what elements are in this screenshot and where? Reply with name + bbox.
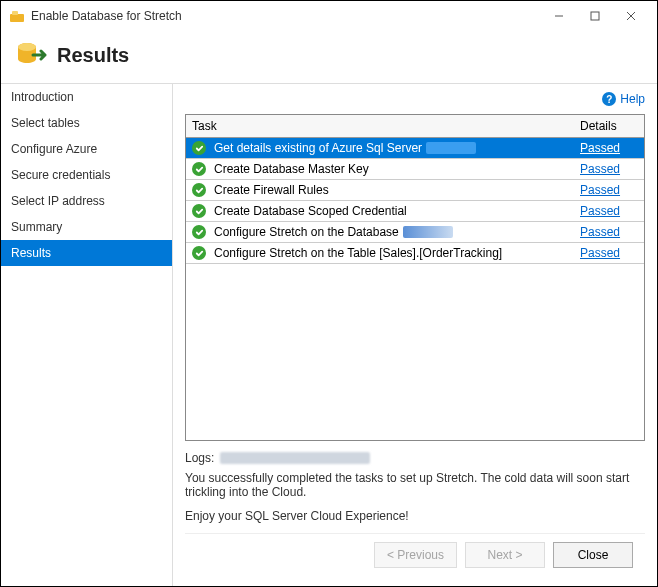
details-cell: Passed [574,138,644,159]
table-row[interactable]: Configure Stretch on the Table [Sales].[… [186,243,644,264]
app-icon [9,8,25,24]
details-cell: Passed [574,159,644,180]
details-link[interactable]: Passed [580,204,620,218]
svg-rect-0 [10,14,24,22]
details-cell: Passed [574,222,644,243]
task-cell: Configure Stretch on the Table [Sales].[… [186,243,574,264]
table-row[interactable]: Create Firewall RulesPassed [186,180,644,201]
logs-line: Logs: [185,451,645,465]
check-circle-icon [192,183,206,197]
sidebar-item-select-tables[interactable]: Select tables [1,110,172,136]
task-text: Create Database Master Key [214,162,369,176]
svg-rect-3 [591,12,599,20]
sidebar-item-label: Configure Azure [11,142,97,156]
sidebar-item-label: Select tables [11,116,80,130]
previous-button: < Previous [374,542,457,568]
success-message-2: Enjoy your SQL Server Cloud Experience! [185,509,645,523]
next-button: Next > [465,542,545,568]
help-icon: ? [602,92,616,106]
table-row[interactable]: Configure Stretch on the DatabasePassed [186,222,644,243]
details-cell: Passed [574,201,644,222]
details-link[interactable]: Passed [580,246,620,260]
results-table: Task Details Get details existing of Azu… [186,115,644,264]
task-text: Create Firewall Rules [214,183,329,197]
sidebar-item-label: Select IP address [11,194,105,208]
task-text: Configure Stretch on the Database [214,225,399,239]
window: Enable Database for Stretch Results Intr… [0,0,658,587]
sidebar-item-introduction[interactable]: Introduction [1,84,172,110]
details-link[interactable]: Passed [580,141,620,155]
check-circle-icon [192,225,206,239]
sidebar-item-results[interactable]: Results [1,240,172,266]
page-title: Results [57,44,129,67]
database-stretch-icon [15,39,47,71]
task-cell: Create Database Master Key [186,159,574,180]
task-cell: Create Database Scoped Credential [186,201,574,222]
logs-path-redacted [220,452,370,464]
sidebar-item-summary[interactable]: Summary [1,214,172,240]
column-header-task[interactable]: Task [186,115,574,138]
table-row[interactable]: Create Database Scoped CredentialPassed [186,201,644,222]
task-cell: Configure Stretch on the Database [186,222,574,243]
close-button[interactable]: Close [553,542,633,568]
task-text: Get details existing of Azure Sql Server [214,141,422,155]
task-text: Create Database Scoped Credential [214,204,407,218]
svg-point-7 [18,43,36,51]
task-text: Configure Stretch on the Table [Sales].[… [214,246,502,260]
sidebar-item-configure-azure[interactable]: Configure Azure [1,136,172,162]
details-cell: Passed [574,243,644,264]
check-circle-icon [192,246,206,260]
close-window-button[interactable] [613,2,649,30]
help-row: ? Help [185,92,645,106]
maximize-button[interactable] [577,2,613,30]
check-circle-icon [192,162,206,176]
details-link[interactable]: Passed [580,162,620,176]
success-message-1: You successfully completed the tasks to … [185,471,645,499]
window-title: Enable Database for Stretch [31,9,541,23]
sidebar-item-secure-credentials[interactable]: Secure credentials [1,162,172,188]
sidebar-item-label: Results [11,246,51,260]
redacted-text [426,142,476,154]
sidebar-item-label: Secure credentials [11,168,110,182]
task-cell: Get details existing of Azure Sql Server [186,138,574,159]
logs-label: Logs: [185,451,214,465]
page-header: Results [1,31,657,84]
table-row[interactable]: Get details existing of Azure Sql Server… [186,138,644,159]
redacted-text [403,226,453,238]
svg-rect-1 [12,11,18,15]
help-label: Help [620,92,645,106]
sidebar: Introduction Select tables Configure Azu… [1,84,173,586]
task-cell: Create Firewall Rules [186,180,574,201]
details-link[interactable]: Passed [580,225,620,239]
titlebar: Enable Database for Stretch [1,1,657,31]
minimize-button[interactable] [541,2,577,30]
sidebar-item-label: Introduction [11,90,74,104]
footer: < Previous Next > Close [185,533,645,576]
check-circle-icon [192,204,206,218]
sidebar-item-select-ip-address[interactable]: Select IP address [1,188,172,214]
logs-area: Logs: You successfully completed the tas… [185,451,645,533]
check-circle-icon [192,141,206,155]
results-grid: Task Details Get details existing of Azu… [185,114,645,441]
table-row[interactable]: Create Database Master KeyPassed [186,159,644,180]
column-header-details[interactable]: Details [574,115,644,138]
body: Introduction Select tables Configure Azu… [1,84,657,586]
details-link[interactable]: Passed [580,183,620,197]
help-link[interactable]: ? Help [602,92,645,106]
details-cell: Passed [574,180,644,201]
sidebar-item-label: Summary [11,220,62,234]
main-panel: ? Help Task Details Get details existing… [173,84,657,586]
